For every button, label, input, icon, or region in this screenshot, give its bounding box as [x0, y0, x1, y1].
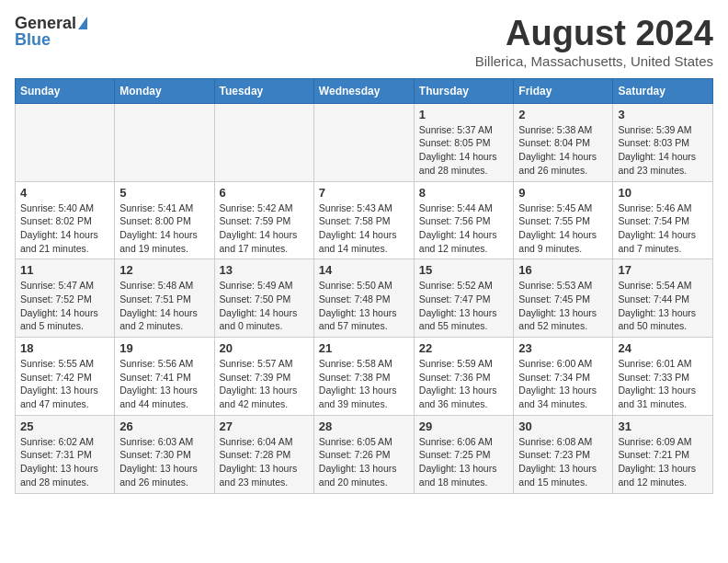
day-number: 5	[119, 186, 209, 200]
day-detail: Sunrise: 5:52 AM Sunset: 7:47 PM Dayligh…	[419, 280, 497, 331]
day-of-week-header-sunday: Sunday	[16, 78, 115, 103]
day-detail: Sunrise: 5:42 AM Sunset: 7:59 PM Dayligh…	[220, 202, 298, 254]
day-number: 22	[419, 341, 509, 355]
calendar-cell: 2Sunrise: 5:38 AM Sunset: 8:04 PM Daylig…	[514, 103, 613, 181]
day-number: 26	[119, 419, 209, 433]
calendar-cell: 27Sunrise: 6:04 AM Sunset: 7:28 PM Dayli…	[214, 415, 313, 493]
day-number: 6	[220, 186, 309, 200]
calendar-cell: 7Sunrise: 5:43 AM Sunset: 7:58 PM Daylig…	[313, 181, 414, 259]
calendar-cell: 20Sunrise: 5:57 AM Sunset: 7:39 PM Dayli…	[214, 338, 313, 416]
day-detail: Sunrise: 5:47 AM Sunset: 7:52 PM Dayligh…	[20, 280, 98, 331]
day-detail: Sunrise: 5:46 AM Sunset: 7:54 PM Dayligh…	[618, 202, 696, 254]
calendar-cell	[313, 103, 414, 181]
subtitle: Billerica, Massachusetts, United States	[475, 53, 713, 69]
calendar-cell: 23Sunrise: 6:00 AM Sunset: 7:34 PM Dayli…	[514, 338, 613, 416]
day-detail: Sunrise: 6:05 AM Sunset: 7:26 PM Dayligh…	[319, 436, 397, 488]
day-detail: Sunrise: 5:54 AM Sunset: 7:44 PM Dayligh…	[618, 280, 696, 331]
day-number: 17	[618, 263, 708, 277]
day-number: 30	[518, 419, 608, 433]
calendar-cell: 10Sunrise: 5:46 AM Sunset: 7:54 PM Dayli…	[613, 181, 713, 259]
day-number: 1	[419, 108, 509, 121]
day-detail: Sunrise: 5:43 AM Sunset: 7:58 PM Dayligh…	[319, 202, 397, 254]
day-detail: Sunrise: 6:00 AM Sunset: 7:34 PM Dayligh…	[518, 358, 597, 409]
calendar-cell: 5Sunrise: 5:41 AM Sunset: 8:00 PM Daylig…	[115, 181, 214, 259]
day-detail: Sunrise: 5:44 AM Sunset: 7:56 PM Dayligh…	[419, 202, 497, 254]
day-detail: Sunrise: 5:48 AM Sunset: 7:51 PM Dayligh…	[119, 280, 198, 331]
logo-blue-text: Blue	[15, 31, 87, 48]
day-number: 4	[20, 186, 109, 200]
day-number: 24	[618, 341, 708, 355]
day-number: 18	[20, 341, 109, 355]
calendar-cell: 9Sunrise: 5:45 AM Sunset: 7:55 PM Daylig…	[514, 181, 613, 259]
day-detail: Sunrise: 5:41 AM Sunset: 8:00 PM Dayligh…	[119, 202, 198, 254]
calendar-cell: 18Sunrise: 5:55 AM Sunset: 7:42 PM Dayli…	[16, 338, 115, 416]
calendar-cell: 31Sunrise: 6:09 AM Sunset: 7:21 PM Dayli…	[613, 415, 713, 493]
day-detail: Sunrise: 5:58 AM Sunset: 7:38 PM Dayligh…	[319, 358, 397, 409]
day-number: 23	[518, 341, 608, 355]
day-number: 15	[419, 263, 509, 277]
day-detail: Sunrise: 5:38 AM Sunset: 8:04 PM Dayligh…	[518, 124, 597, 176]
calendar-cell: 26Sunrise: 6:03 AM Sunset: 7:30 PM Dayli…	[115, 415, 214, 493]
day-detail: Sunrise: 5:45 AM Sunset: 7:55 PM Dayligh…	[518, 202, 597, 254]
day-number: 8	[419, 186, 509, 200]
calendar-cell: 29Sunrise: 6:06 AM Sunset: 7:25 PM Dayli…	[414, 415, 514, 493]
day-detail: Sunrise: 6:01 AM Sunset: 7:33 PM Dayligh…	[618, 358, 696, 409]
day-of-week-header-friday: Friday	[514, 78, 613, 103]
calendar-cell: 24Sunrise: 6:01 AM Sunset: 7:33 PM Dayli…	[613, 338, 713, 416]
calendar-cell	[16, 103, 115, 181]
calendar-cell: 12Sunrise: 5:48 AM Sunset: 7:51 PM Dayli…	[115, 259, 214, 338]
day-number: 19	[119, 341, 209, 355]
day-number: 13	[220, 263, 309, 277]
calendar-cell: 14Sunrise: 5:50 AM Sunset: 7:48 PM Dayli…	[313, 259, 414, 338]
day-detail: Sunrise: 6:09 AM Sunset: 7:21 PM Dayligh…	[618, 436, 696, 488]
calendar-cell: 25Sunrise: 6:02 AM Sunset: 7:31 PM Dayli…	[16, 415, 115, 493]
day-number: 20	[220, 341, 309, 355]
logo-triangle-icon	[78, 17, 87, 29]
calendar-cell: 4Sunrise: 5:40 AM Sunset: 8:02 PM Daylig…	[16, 181, 115, 259]
calendar-cell: 13Sunrise: 5:49 AM Sunset: 7:50 PM Dayli…	[214, 259, 313, 338]
day-number: 16	[518, 263, 608, 277]
day-detail: Sunrise: 6:04 AM Sunset: 7:28 PM Dayligh…	[220, 436, 298, 488]
calendar-body: 1Sunrise: 5:37 AM Sunset: 8:05 PM Daylig…	[16, 103, 713, 493]
day-number: 14	[319, 263, 409, 277]
calendar-week-row: 11Sunrise: 5:47 AM Sunset: 7:52 PM Dayli…	[16, 259, 713, 338]
logo: General Blue	[15, 15, 87, 48]
day-detail: Sunrise: 5:39 AM Sunset: 8:03 PM Dayligh…	[618, 124, 696, 176]
day-detail: Sunrise: 5:55 AM Sunset: 7:42 PM Dayligh…	[20, 358, 98, 409]
title-block: August 2024 Billerica, Massachusetts, Un…	[475, 15, 713, 69]
calendar-cell: 3Sunrise: 5:39 AM Sunset: 8:03 PM Daylig…	[613, 103, 713, 181]
main-title: August 2024	[475, 15, 713, 53]
day-detail: Sunrise: 6:06 AM Sunset: 7:25 PM Dayligh…	[419, 436, 497, 488]
day-detail: Sunrise: 5:56 AM Sunset: 7:41 PM Dayligh…	[119, 358, 198, 409]
day-detail: Sunrise: 5:57 AM Sunset: 7:39 PM Dayligh…	[220, 358, 298, 409]
day-detail: Sunrise: 6:02 AM Sunset: 7:31 PM Dayligh…	[20, 436, 98, 488]
day-number: 2	[518, 108, 608, 121]
calendar-cell: 16Sunrise: 5:53 AM Sunset: 7:45 PM Dayli…	[514, 259, 613, 338]
day-of-week-header-tuesday: Tuesday	[214, 78, 313, 103]
day-number: 21	[319, 341, 409, 355]
day-detail: Sunrise: 6:08 AM Sunset: 7:23 PM Dayligh…	[518, 436, 597, 488]
calendar-week-row: 25Sunrise: 6:02 AM Sunset: 7:31 PM Dayli…	[16, 415, 713, 493]
calendar-cell: 6Sunrise: 5:42 AM Sunset: 7:59 PM Daylig…	[214, 181, 313, 259]
day-detail: Sunrise: 5:37 AM Sunset: 8:05 PM Dayligh…	[419, 124, 497, 176]
calendar-cell: 11Sunrise: 5:47 AM Sunset: 7:52 PM Dayli…	[16, 259, 115, 338]
day-number: 7	[319, 186, 409, 200]
day-number: 10	[618, 186, 708, 200]
day-number: 11	[20, 263, 109, 277]
calendar-week-row: 1Sunrise: 5:37 AM Sunset: 8:05 PM Daylig…	[16, 103, 713, 181]
calendar-table: SundayMondayTuesdayWednesdayThursdayFrid…	[15, 78, 713, 494]
day-number: 12	[119, 263, 209, 277]
calendar-cell: 30Sunrise: 6:08 AM Sunset: 7:23 PM Dayli…	[514, 415, 613, 493]
calendar-cell	[115, 103, 214, 181]
day-of-week-header-saturday: Saturday	[613, 78, 713, 103]
calendar-header: SundayMondayTuesdayWednesdayThursdayFrid…	[16, 78, 713, 103]
calendar-cell: 1Sunrise: 5:37 AM Sunset: 8:05 PM Daylig…	[414, 103, 514, 181]
day-of-week-header-monday: Monday	[115, 78, 214, 103]
calendar-cell: 8Sunrise: 5:44 AM Sunset: 7:56 PM Daylig…	[414, 181, 514, 259]
day-detail: Sunrise: 5:49 AM Sunset: 7:50 PM Dayligh…	[220, 280, 298, 331]
day-of-week-header-wednesday: Wednesday	[313, 78, 414, 103]
day-detail: Sunrise: 5:50 AM Sunset: 7:48 PM Dayligh…	[319, 280, 397, 331]
days-of-week-row: SundayMondayTuesdayWednesdayThursdayFrid…	[16, 78, 713, 103]
day-of-week-header-thursday: Thursday	[414, 78, 514, 103]
calendar-cell: 17Sunrise: 5:54 AM Sunset: 7:44 PM Dayli…	[613, 259, 713, 338]
